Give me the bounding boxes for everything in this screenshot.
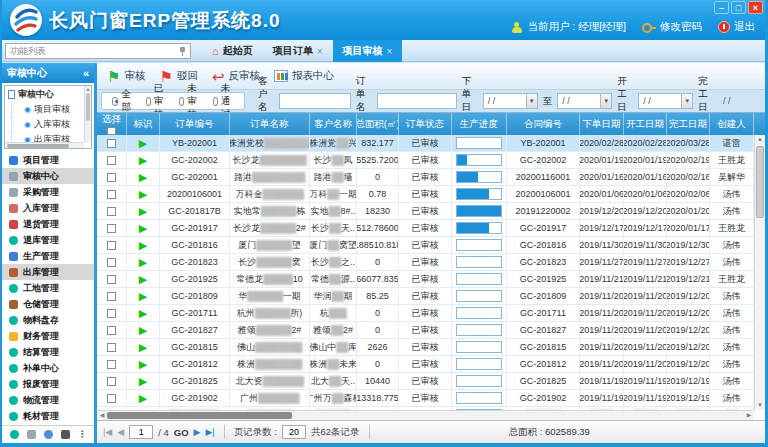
module-site[interactable]: 工地管理	[2, 280, 94, 296]
module-warehouse[interactable]: 仓储管理	[2, 296, 94, 312]
module-reorder[interactable]: 补单中心	[2, 360, 94, 376]
row-checkbox[interactable]	[107, 275, 116, 284]
row-checkbox[interactable]	[107, 258, 116, 267]
row-checkbox[interactable]	[107, 207, 116, 216]
module-production[interactable]: 生产管理	[2, 248, 94, 264]
table-row-15[interactable]: ▶GC-201902广州███████广州万██森林13318.775已审核GC…	[97, 390, 765, 407]
row-checkbox[interactable]	[107, 173, 116, 182]
module-inbound[interactable]: 入库管理	[2, 200, 94, 216]
module-logistics[interactable]: 物流管理	[2, 392, 94, 408]
column-header-7[interactable]: 生产进度	[452, 113, 507, 135]
logout-button[interactable]: 退出	[718, 20, 755, 34]
tree-item-1[interactable]: ◉入库审核	[11, 117, 91, 132]
column-header-12[interactable]: 创建人	[710, 113, 754, 135]
strip-cart-icon[interactable]	[27, 430, 36, 439]
tree-vertical-scrollbar[interactable]: ▲	[84, 86, 91, 142]
strip-printer-icon[interactable]	[61, 430, 70, 439]
scroll-down-icon[interactable]: ▼	[755, 401, 765, 410]
tree-root[interactable]: 审核中心	[5, 86, 91, 102]
horizontal-scrollbar[interactable]: ◀ ▶	[97, 410, 754, 420]
column-header-3[interactable]: 订单名称	[230, 113, 310, 135]
start-date-input[interactable]: / / ▼	[638, 93, 693, 109]
strip-dot-icon[interactable]	[10, 430, 19, 439]
row-checkbox[interactable]	[107, 139, 116, 148]
table-row-9[interactable]: ▶GC-201809华██████一期华润██期85.25已审核GC-20180…	[97, 288, 765, 305]
column-header-5[interactable]: 总面积(㎡)	[357, 113, 399, 135]
table-row-7[interactable]: ▶GC-201823长沙██████窝长沙██之..0已审核GC-2018232…	[97, 254, 765, 271]
module-returns[interactable]: 退货管理	[2, 216, 94, 232]
horizontal-scroll-thumb[interactable]	[107, 412, 292, 419]
go-button[interactable]: GO	[174, 427, 189, 438]
column-header-4[interactable]: 客户名称	[310, 113, 357, 135]
order-date-input[interactable]: / / ▼	[483, 93, 538, 109]
row-checkbox[interactable]	[107, 224, 116, 233]
table-row-1[interactable]: ▶GC-202002长沙龙████████长沙██凤65525.7200..已审…	[97, 152, 765, 169]
column-header-11[interactable]: 完工日期	[667, 113, 710, 135]
vertical-scroll-thumb[interactable]	[756, 146, 764, 218]
radio-all[interactable]: 全部	[112, 88, 134, 114]
page-number-input[interactable]	[129, 425, 153, 439]
select-all-checkbox[interactable]	[107, 127, 116, 135]
row-checkbox[interactable]	[107, 190, 116, 199]
column-header-10[interactable]: 开工日期	[624, 113, 667, 135]
column-header-2[interactable]: 订单编号	[160, 113, 230, 135]
table-row-5[interactable]: ▶GC-201917长沙龙██████2#长沙██天..8512.78600..…	[97, 220, 765, 237]
minimize-button[interactable]: –	[714, 1, 729, 14]
module-restock[interactable]: 退库管理	[2, 232, 94, 248]
module-project[interactable]: 项目管理	[2, 152, 94, 168]
module-consumables[interactable]: 耗材管理	[2, 408, 94, 424]
row-checkbox[interactable]	[107, 241, 116, 250]
row-checkbox[interactable]	[107, 343, 116, 352]
table-row-10[interactable]: ▶GC-201711杭州██████所)杭███0已审核GC-201711201…	[97, 305, 765, 322]
table-row-8[interactable]: ▶GC-201925常德龙█████10常德██源..266077.835..已…	[97, 271, 765, 288]
vertical-scrollbar[interactable]: ▲ ▼	[754, 135, 765, 410]
tab-home[interactable]: ⌂起始页	[202, 40, 263, 62]
customer-name-input[interactable]	[279, 93, 351, 109]
order-name-input[interactable]	[377, 93, 457, 109]
module-settlement[interactable]: 结算管理	[2, 344, 94, 360]
scroll-right-icon[interactable]: ▶	[744, 411, 754, 420]
tab-project-order[interactable]: 项目订单×	[263, 40, 333, 62]
tree-horizontal-scrollbar[interactable]	[5, 142, 84, 148]
prev-page-button[interactable]: ◀	[117, 427, 124, 437]
module-finance[interactable]: 财务管理	[2, 328, 94, 344]
audit-button[interactable]: ⚑审核	[107, 69, 145, 84]
module-purchase[interactable]: 采购管理	[2, 184, 94, 200]
close-button[interactable]: ×	[748, 1, 763, 14]
column-header-6[interactable]: 订单状态	[399, 113, 452, 135]
row-checkbox[interactable]	[107, 156, 116, 165]
column-header-1[interactable]: 标识	[127, 113, 160, 135]
strip-more-icon[interactable]: ⋮	[78, 430, 87, 439]
row-checkbox[interactable]	[107, 394, 116, 403]
column-header-8[interactable]: 合同编号	[507, 113, 580, 135]
table-row-2[interactable]: ▶GC-202001路港█████████路港██墙0已审核2020011600…	[97, 169, 765, 186]
column-header-9[interactable]: 下单日期	[580, 113, 624, 135]
table-row-0[interactable]: ▶YB-202001株洲党校████████株洲党██兴832.177已审核YB…	[97, 135, 765, 152]
row-checkbox[interactable]	[107, 292, 116, 301]
module-outbound[interactable]: 出库管理	[2, 264, 94, 280]
function-list-box[interactable]: 功能列表	[5, 43, 191, 59]
table-row-14[interactable]: ▶GC-201825北大资███████北大██天..10440已审核GC-20…	[97, 373, 765, 390]
scroll-up-icon[interactable]: ▲	[755, 135, 765, 144]
scroll-left-icon[interactable]: ◀	[97, 411, 107, 420]
table-row-4[interactable]: ▶GC-201817B实地常██████栋实地██8#..18230已审核201…	[97, 203, 765, 220]
column-header-0[interactable]: 选择	[97, 113, 127, 135]
row-checkbox[interactable]	[107, 360, 116, 369]
pin-icon[interactable]	[179, 47, 186, 56]
dropdown-icon[interactable]: ▼	[526, 94, 537, 108]
tab-project-audit[interactable]: 项目审核×	[333, 40, 403, 62]
table-row-3[interactable]: ▶20200106001万科金███████万科██一期0.78已审核20200…	[97, 186, 765, 203]
module-inventory[interactable]: 物料盘存	[2, 312, 94, 328]
strip-leaf-icon[interactable]	[44, 430, 53, 439]
tab-close-icon[interactable]: ×	[387, 46, 393, 57]
table-row-13[interactable]: ▶GC-201812株洲████████株洲██未来0已审核GC-2018122…	[97, 356, 765, 373]
tab-close-icon[interactable]: ×	[317, 46, 323, 57]
row-checkbox[interactable]	[107, 309, 116, 318]
order-date-end-input[interactable]: / / ▼	[557, 93, 612, 109]
table-row-11[interactable]: ▶GC-201827雅颂██████2#雅颂██2#0已审核GC-2018272…	[97, 322, 765, 339]
finish-date-input[interactable]: / /	[719, 93, 761, 109]
table-row-12[interactable]: ▶GC-201815佛山████████佛山中██库2626已审核GC-2018…	[97, 339, 765, 356]
page-size-input[interactable]	[282, 425, 306, 439]
row-checkbox[interactable]	[107, 326, 116, 335]
dropdown-icon[interactable]: ▼	[681, 94, 692, 108]
